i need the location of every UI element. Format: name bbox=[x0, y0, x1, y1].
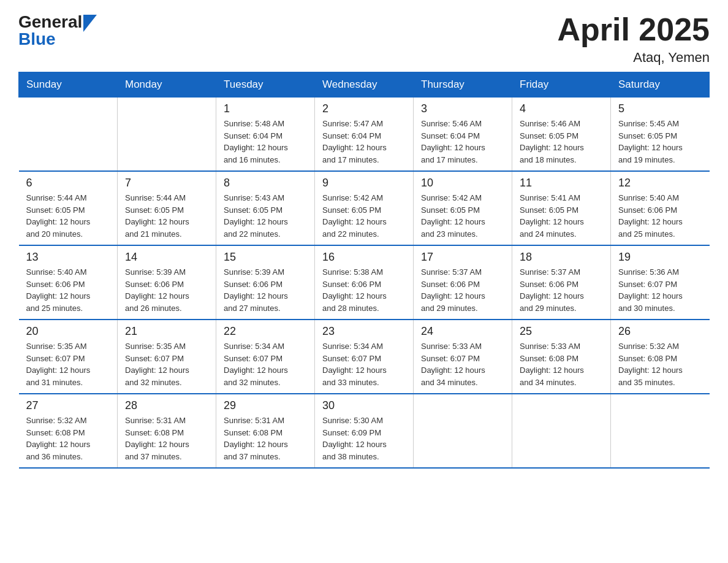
day-number: 30 bbox=[322, 399, 406, 412]
calendar-cell: 15Sunrise: 5:39 AM Sunset: 6:06 PM Dayli… bbox=[216, 245, 315, 320]
day-number: 19 bbox=[618, 251, 702, 264]
day-number: 28 bbox=[125, 399, 208, 412]
calendar-cell: 21Sunrise: 5:35 AM Sunset: 6:07 PM Dayli… bbox=[118, 320, 216, 394]
day-number: 24 bbox=[421, 325, 504, 338]
day-info: Sunrise: 5:36 AM Sunset: 6:07 PM Dayligh… bbox=[618, 266, 702, 314]
calendar-cell: 6Sunrise: 5:44 AM Sunset: 6:05 PM Daylig… bbox=[19, 171, 118, 245]
calendar-cell: 1Sunrise: 5:48 AM Sunset: 6:04 PM Daylig… bbox=[216, 98, 315, 172]
day-info: Sunrise: 5:31 AM Sunset: 6:08 PM Dayligh… bbox=[125, 415, 208, 462]
day-info: Sunrise: 5:43 AM Sunset: 6:05 PM Dayligh… bbox=[224, 192, 307, 240]
calendar-cell: 10Sunrise: 5:42 AM Sunset: 6:05 PM Dayli… bbox=[414, 171, 512, 245]
day-info: Sunrise: 5:34 AM Sunset: 6:07 PM Dayligh… bbox=[322, 340, 406, 388]
day-info: Sunrise: 5:45 AM Sunset: 6:05 PM Dayligh… bbox=[618, 118, 702, 166]
day-info: Sunrise: 5:33 AM Sunset: 6:07 PM Dayligh… bbox=[421, 340, 504, 388]
day-number: 8 bbox=[224, 177, 307, 190]
weekday-header-monday: Monday bbox=[118, 72, 216, 98]
weekday-header-wednesday: Wednesday bbox=[315, 72, 414, 98]
day-number: 27 bbox=[26, 399, 110, 412]
calendar-cell: 25Sunrise: 5:33 AM Sunset: 6:08 PM Dayli… bbox=[512, 320, 611, 394]
day-info: Sunrise: 5:44 AM Sunset: 6:05 PM Dayligh… bbox=[26, 192, 110, 240]
calendar-title: April 2025 bbox=[557, 12, 710, 47]
calendar-cell: 16Sunrise: 5:38 AM Sunset: 6:06 PM Dayli… bbox=[315, 245, 414, 320]
calendar-cell: 27Sunrise: 5:32 AM Sunset: 6:08 PM Dayli… bbox=[19, 394, 118, 468]
weekday-header-sunday: Sunday bbox=[19, 72, 118, 98]
calendar-cell bbox=[611, 394, 710, 468]
calendar-table: SundayMondayTuesdayWednesdayThursdayFrid… bbox=[18, 72, 710, 469]
day-info: Sunrise: 5:46 AM Sunset: 6:04 PM Dayligh… bbox=[421, 118, 504, 166]
calendar-cell: 9Sunrise: 5:42 AM Sunset: 6:05 PM Daylig… bbox=[315, 171, 414, 245]
calendar-cell: 29Sunrise: 5:31 AM Sunset: 6:08 PM Dayli… bbox=[216, 394, 315, 468]
weekday-header-thursday: Thursday bbox=[414, 72, 512, 98]
day-info: Sunrise: 5:34 AM Sunset: 6:07 PM Dayligh… bbox=[224, 340, 307, 388]
day-info: Sunrise: 5:38 AM Sunset: 6:06 PM Dayligh… bbox=[322, 266, 406, 314]
day-number: 1 bbox=[224, 102, 307, 115]
day-number: 11 bbox=[520, 177, 603, 190]
day-number: 7 bbox=[125, 177, 208, 190]
calendar-cell: 17Sunrise: 5:37 AM Sunset: 6:06 PM Dayli… bbox=[414, 245, 512, 320]
day-info: Sunrise: 5:47 AM Sunset: 6:04 PM Dayligh… bbox=[322, 118, 406, 166]
day-info: Sunrise: 5:42 AM Sunset: 6:05 PM Dayligh… bbox=[322, 192, 406, 240]
calendar-week-row: 13Sunrise: 5:40 AM Sunset: 6:06 PM Dayli… bbox=[19, 245, 710, 320]
day-number: 17 bbox=[421, 251, 504, 264]
calendar-cell: 5Sunrise: 5:45 AM Sunset: 6:05 PM Daylig… bbox=[611, 98, 710, 172]
calendar-cell: 4Sunrise: 5:46 AM Sunset: 6:05 PM Daylig… bbox=[512, 98, 611, 172]
calendar-cell bbox=[414, 394, 512, 468]
logo-blue: Blue bbox=[18, 29, 97, 49]
calendar-week-row: 27Sunrise: 5:32 AM Sunset: 6:08 PM Dayli… bbox=[19, 394, 710, 468]
calendar-week-row: 1Sunrise: 5:48 AM Sunset: 6:04 PM Daylig… bbox=[19, 98, 710, 172]
calendar-cell: 7Sunrise: 5:44 AM Sunset: 6:05 PM Daylig… bbox=[118, 171, 216, 245]
calendar-cell: 11Sunrise: 5:41 AM Sunset: 6:05 PM Dayli… bbox=[512, 171, 611, 245]
calendar-cell: 13Sunrise: 5:40 AM Sunset: 6:06 PM Dayli… bbox=[19, 245, 118, 320]
day-info: Sunrise: 5:35 AM Sunset: 6:07 PM Dayligh… bbox=[26, 340, 110, 388]
day-number: 12 bbox=[618, 177, 702, 190]
day-info: Sunrise: 5:44 AM Sunset: 6:05 PM Dayligh… bbox=[125, 192, 208, 240]
day-info: Sunrise: 5:40 AM Sunset: 6:06 PM Dayligh… bbox=[26, 266, 110, 314]
day-number: 10 bbox=[421, 177, 504, 190]
day-number: 3 bbox=[421, 102, 504, 115]
calendar-cell: 30Sunrise: 5:30 AM Sunset: 6:09 PM Dayli… bbox=[315, 394, 414, 468]
day-info: Sunrise: 5:48 AM Sunset: 6:04 PM Dayligh… bbox=[224, 118, 307, 166]
day-number: 14 bbox=[125, 251, 208, 264]
calendar-week-row: 6Sunrise: 5:44 AM Sunset: 6:05 PM Daylig… bbox=[19, 171, 710, 245]
day-info: Sunrise: 5:46 AM Sunset: 6:05 PM Dayligh… bbox=[520, 118, 603, 166]
day-number: 29 bbox=[224, 399, 307, 412]
day-number: 25 bbox=[520, 325, 603, 338]
day-info: Sunrise: 5:39 AM Sunset: 6:06 PM Dayligh… bbox=[125, 266, 208, 314]
day-number: 9 bbox=[322, 177, 406, 190]
day-info: Sunrise: 5:35 AM Sunset: 6:07 PM Dayligh… bbox=[125, 340, 208, 388]
calendar-week-row: 20Sunrise: 5:35 AM Sunset: 6:07 PM Dayli… bbox=[19, 320, 710, 394]
day-info: Sunrise: 5:30 AM Sunset: 6:09 PM Dayligh… bbox=[322, 415, 406, 462]
day-info: Sunrise: 5:33 AM Sunset: 6:08 PM Dayligh… bbox=[520, 340, 603, 388]
day-info: Sunrise: 5:42 AM Sunset: 6:05 PM Dayligh… bbox=[421, 192, 504, 240]
calendar-cell bbox=[19, 98, 118, 172]
day-info: Sunrise: 5:39 AM Sunset: 6:06 PM Dayligh… bbox=[224, 266, 307, 314]
calendar-cell: 28Sunrise: 5:31 AM Sunset: 6:08 PM Dayli… bbox=[118, 394, 216, 468]
calendar-cell: 14Sunrise: 5:39 AM Sunset: 6:06 PM Dayli… bbox=[118, 245, 216, 320]
day-number: 4 bbox=[520, 102, 603, 115]
day-number: 21 bbox=[125, 325, 208, 338]
day-number: 26 bbox=[618, 325, 702, 338]
weekday-header-tuesday: Tuesday bbox=[216, 72, 315, 98]
day-info: Sunrise: 5:31 AM Sunset: 6:08 PM Dayligh… bbox=[224, 415, 307, 462]
logo: General Blue bbox=[18, 12, 97, 49]
day-number: 20 bbox=[26, 325, 110, 338]
calendar-cell: 22Sunrise: 5:34 AM Sunset: 6:07 PM Dayli… bbox=[216, 320, 315, 394]
day-number: 18 bbox=[520, 251, 603, 264]
day-info: Sunrise: 5:41 AM Sunset: 6:05 PM Dayligh… bbox=[520, 192, 603, 240]
day-number: 5 bbox=[618, 102, 702, 115]
day-info: Sunrise: 5:32 AM Sunset: 6:08 PM Dayligh… bbox=[618, 340, 702, 388]
weekday-header-row: SundayMondayTuesdayWednesdayThursdayFrid… bbox=[19, 72, 710, 98]
day-number: 2 bbox=[322, 102, 406, 115]
calendar-cell: 3Sunrise: 5:46 AM Sunset: 6:04 PM Daylig… bbox=[414, 98, 512, 172]
day-number: 16 bbox=[322, 251, 406, 264]
page-header: General Blue April 2025 Ataq, Yemen bbox=[18, 12, 710, 66]
calendar-cell: 2Sunrise: 5:47 AM Sunset: 6:04 PM Daylig… bbox=[315, 98, 414, 172]
day-info: Sunrise: 5:40 AM Sunset: 6:06 PM Dayligh… bbox=[618, 192, 702, 240]
calendar-cell: 20Sunrise: 5:35 AM Sunset: 6:07 PM Dayli… bbox=[19, 320, 118, 394]
weekday-header-saturday: Saturday bbox=[611, 72, 710, 98]
calendar-subtitle: Ataq, Yemen bbox=[557, 50, 710, 66]
calendar-cell: 26Sunrise: 5:32 AM Sunset: 6:08 PM Dayli… bbox=[611, 320, 710, 394]
day-info: Sunrise: 5:37 AM Sunset: 6:06 PM Dayligh… bbox=[421, 266, 504, 314]
day-number: 23 bbox=[322, 325, 406, 338]
calendar-cell: 18Sunrise: 5:37 AM Sunset: 6:06 PM Dayli… bbox=[512, 245, 611, 320]
